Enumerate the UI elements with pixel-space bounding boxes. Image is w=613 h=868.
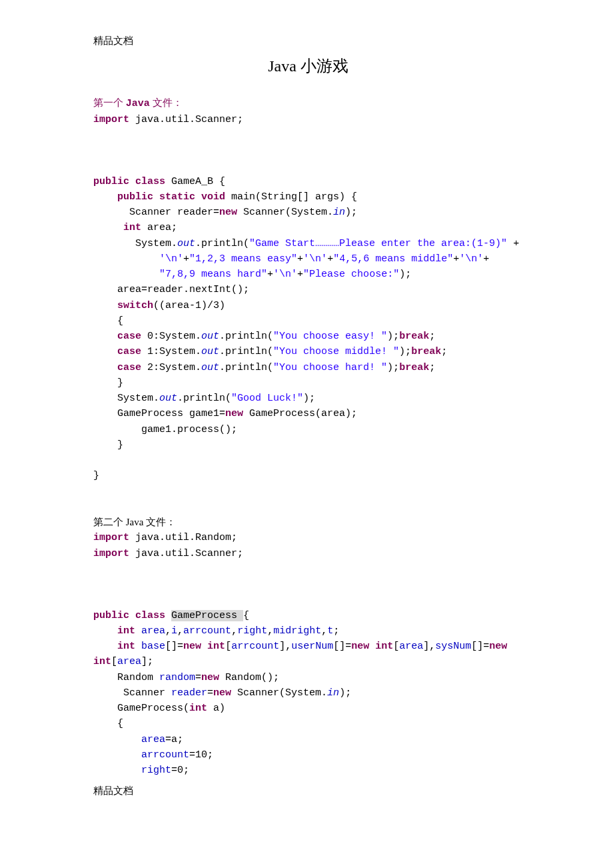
code-text: Random(); bbox=[219, 672, 279, 683]
kw-void: void bbox=[201, 191, 225, 203]
plus: + bbox=[183, 253, 189, 265]
field-in: in bbox=[333, 207, 345, 218]
code-text: Scanner bbox=[93, 687, 171, 699]
field-out: out bbox=[201, 346, 219, 357]
field: area bbox=[141, 734, 165, 745]
code-text: .println( bbox=[219, 346, 273, 357]
code-line: area=reader.nextInt(); bbox=[93, 284, 249, 295]
code-line: game1.process(); bbox=[93, 424, 237, 435]
plus: + bbox=[327, 253, 333, 265]
code-text: []= bbox=[471, 641, 489, 652]
kw-new: new bbox=[219, 207, 237, 218]
field-out: out bbox=[201, 362, 219, 373]
comma: , bbox=[267, 625, 273, 637]
string-lit: "You choose middle! " bbox=[273, 346, 399, 357]
plus: + bbox=[297, 269, 303, 280]
code-text: ); bbox=[303, 393, 315, 404]
field-out: out bbox=[201, 331, 219, 342]
sp bbox=[165, 610, 171, 621]
string-lit: "You choose easy! " bbox=[273, 331, 387, 342]
kw-int: int bbox=[123, 222, 141, 233]
string-lit: "1,2,3 means easy" bbox=[189, 253, 297, 265]
code-text: GameProcess(area); bbox=[243, 408, 357, 419]
kw-new: new bbox=[201, 672, 219, 683]
code-text: System. bbox=[93, 238, 177, 249]
indent bbox=[93, 734, 141, 745]
kw-switch: switch bbox=[117, 300, 153, 311]
code-text: Scanner(System. bbox=[231, 687, 327, 699]
string-lit: "7,8,9 means hard" bbox=[159, 269, 267, 280]
code-text: 0:System. bbox=[141, 331, 201, 342]
sp bbox=[201, 641, 207, 652]
field: right bbox=[141, 765, 171, 776]
kw-static: static bbox=[159, 191, 195, 203]
comma: , bbox=[165, 625, 171, 637]
code-text: [ bbox=[111, 656, 117, 667]
kw-class: class bbox=[135, 610, 165, 621]
comma: , bbox=[177, 625, 183, 637]
code-text: 1:System. bbox=[141, 346, 201, 357]
kw-import: import bbox=[93, 532, 129, 543]
file1-label: 第一个 Java 文件： bbox=[93, 95, 523, 111]
code-text: ; bbox=[429, 331, 435, 342]
code-text: .println( bbox=[195, 238, 249, 249]
code-text: ); bbox=[399, 269, 411, 280]
code-text: .println( bbox=[219, 362, 273, 373]
field: i bbox=[171, 625, 177, 637]
char-lit: '\n' bbox=[303, 253, 327, 265]
string-lit: "Good Luck!" bbox=[231, 393, 303, 404]
code-text: GameProcess game1= bbox=[93, 408, 225, 419]
document-title: Java 小游戏 bbox=[93, 54, 523, 79]
code-text: System. bbox=[93, 393, 159, 404]
indent bbox=[93, 749, 141, 761]
code-text: =0; bbox=[171, 765, 189, 776]
kw-new: new bbox=[183, 641, 201, 652]
code-text: ); bbox=[339, 687, 351, 699]
field: reader bbox=[171, 687, 207, 699]
kw-case: case bbox=[117, 331, 141, 342]
brace: { bbox=[243, 610, 249, 621]
kw-import: import bbox=[93, 114, 129, 125]
code-text: ]; bbox=[141, 656, 153, 667]
kw-int: int bbox=[207, 641, 225, 652]
char-lit: '\n' bbox=[159, 253, 183, 265]
field: random bbox=[159, 672, 195, 683]
plus: + bbox=[483, 253, 489, 265]
code-line: } bbox=[93, 377, 123, 389]
page-header: 精品文档 bbox=[93, 33, 523, 49]
kw-case: case bbox=[117, 346, 141, 357]
field: area bbox=[117, 656, 141, 667]
indent bbox=[93, 765, 141, 776]
comma: , bbox=[321, 625, 327, 637]
code-block-2: import java.util.Random; import java.uti… bbox=[93, 530, 523, 778]
field-out: out bbox=[177, 238, 195, 249]
code-text: a) bbox=[207, 703, 225, 714]
code-text: java.util.Scanner; bbox=[129, 114, 243, 125]
field: arrcount bbox=[183, 625, 231, 637]
code-text: GameProcess( bbox=[93, 703, 189, 714]
field: base bbox=[141, 641, 165, 652]
file1-suffix: 文件： bbox=[150, 97, 183, 108]
code-text: + bbox=[507, 238, 519, 249]
field: area bbox=[141, 625, 165, 637]
kw-public: public bbox=[93, 610, 129, 621]
field-in: in bbox=[327, 687, 339, 699]
code-text: [ bbox=[225, 641, 231, 652]
field: sysNum bbox=[435, 641, 471, 652]
file1-java-word: Java bbox=[126, 98, 150, 109]
field-out: out bbox=[159, 393, 177, 404]
string-lit: "You choose hard! " bbox=[273, 362, 387, 373]
kw-new: new bbox=[351, 641, 369, 652]
kw-import: import bbox=[93, 548, 129, 559]
class-name: GameA_B { bbox=[165, 176, 225, 187]
kw-break: break bbox=[399, 331, 429, 342]
kw-new: new bbox=[225, 408, 243, 419]
code-text: ], bbox=[279, 641, 291, 652]
plus: + bbox=[453, 253, 459, 265]
sp bbox=[135, 625, 141, 637]
field: t bbox=[327, 625, 333, 637]
file2-label: 第二个 Java 文件： bbox=[93, 515, 523, 530]
code-text: area; bbox=[141, 222, 177, 233]
sp bbox=[369, 641, 375, 652]
main-sig: main(String[] args) { bbox=[225, 191, 357, 203]
